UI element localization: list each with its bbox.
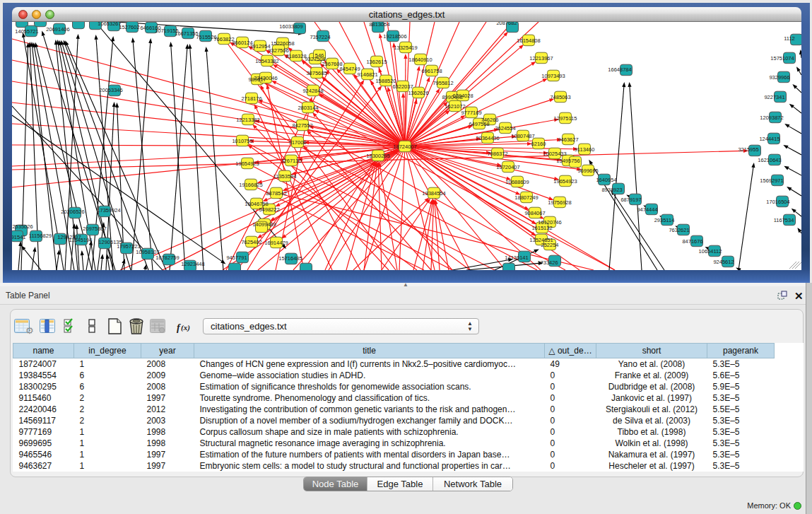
svg-text:8471676: 8471676	[682, 238, 702, 245]
svg-text:11156829: 11156829	[29, 233, 52, 239]
svg-text:9699695: 9699695	[577, 168, 598, 174]
svg-text:20364436: 20364436	[476, 135, 499, 141]
svg-text:10653267: 10653267	[98, 22, 121, 27]
svg-text:18300295: 18300295	[366, 153, 389, 159]
svg-text:7986372: 7986372	[487, 151, 507, 157]
svg-text:917006: 917006	[288, 139, 306, 146]
svg-text:7357224: 7357224	[310, 34, 330, 40]
svg-text:746266: 746266	[481, 117, 498, 123]
svg-text:20206526: 20206526	[61, 209, 84, 215]
svg-text:1733426: 1733426	[537, 259, 558, 266]
svg-text:8813054: 8813054	[369, 22, 389, 28]
svg-text:9242848: 9242848	[302, 88, 323, 94]
svg-text:6322037: 6322037	[392, 83, 413, 90]
svg-text:2087682: 2087682	[496, 22, 517, 26]
svg-text:10807487: 10807487	[511, 133, 534, 139]
svg-text:10973493: 10973493	[541, 73, 565, 79]
svg-text:12923448: 12923448	[181, 261, 204, 267]
svg-text:15226058: 15226058	[271, 40, 294, 47]
svg-text:546: 546	[315, 52, 324, 59]
svg-text:6794028: 6794028	[452, 93, 473, 99]
svg-text:16154808: 16154808	[517, 37, 540, 44]
svg-text:1615132: 1615132	[531, 225, 552, 231]
svg-text:17359924: 17359924	[97, 207, 120, 214]
svg-text:2718176: 2718176	[241, 95, 261, 102]
svg-text:12213967: 12213967	[529, 55, 553, 62]
svg-text:6961758: 6961758	[421, 68, 442, 74]
svg-text:(x): (x)	[181, 323, 190, 332]
svg-text:15495756: 15495756	[556, 158, 579, 164]
svg-text:8938923: 8938923	[601, 187, 622, 193]
svg-text:2935114: 2935114	[654, 217, 675, 223]
svg-text:16210643: 16210643	[758, 157, 781, 163]
svg-text:1527602: 1527602	[119, 24, 139, 30]
svg-text:7485063: 7485063	[550, 94, 570, 100]
svg-text:8878542: 8878542	[266, 190, 286, 197]
svg-text:15751074: 15751074	[770, 55, 794, 62]
svg-text:19218506: 19218506	[383, 33, 406, 40]
svg-text:3875685: 3875685	[306, 70, 326, 76]
svg-text:9146821: 9146821	[357, 71, 377, 78]
svg-text:19384554: 19384554	[422, 190, 445, 197]
svg-text:15716485: 15716485	[278, 255, 302, 262]
svg-text:19654923: 19654923	[235, 160, 259, 167]
svg-text:3215955: 3215955	[738, 146, 758, 153]
svg-text:1112: 1112	[784, 35, 795, 42]
svg-text:10543382: 10543382	[255, 58, 278, 64]
svg-text:20691406: 20691406	[46, 26, 69, 33]
svg-text:1640954: 1640954	[596, 177, 616, 183]
svg-text:10654112: 10654112	[699, 248, 722, 255]
svg-text:9245612: 9245612	[713, 259, 734, 265]
svg-text:1244415: 1244415	[759, 136, 779, 142]
svg-text:14136141: 14136141	[505, 255, 528, 261]
svg-text:1010755: 1010755	[232, 138, 252, 144]
svg-text:2535026: 2535026	[12, 223, 33, 230]
svg-text:14055721: 14055721	[15, 28, 38, 35]
svg-text:252254: 252254	[541, 242, 558, 248]
svg-text:8427552: 8427552	[292, 122, 312, 129]
svg-text:3624554: 3624554	[495, 125, 515, 132]
svg-text:7632621: 7632621	[669, 227, 689, 233]
svg-text:20053346: 20053346	[99, 87, 122, 93]
svg-text:12975115: 12975115	[554, 115, 577, 122]
svg-text:18807249: 18807249	[514, 194, 538, 201]
svg-text:9084067: 9084067	[524, 210, 545, 216]
svg-text:19756928: 19756928	[548, 199, 571, 206]
svg-text:7663822: 7663822	[213, 36, 234, 42]
svg-text:19654923: 19654923	[553, 178, 577, 185]
svg-text:⚙: ⚙	[25, 325, 34, 336]
svg-text:9463627: 9463627	[558, 136, 578, 143]
svg-text:6879197: 6879197	[620, 197, 641, 203]
svg-text:15720407: 15720407	[496, 164, 519, 170]
svg-text:9329966: 9329966	[769, 74, 789, 81]
svg-text:12093872: 12093872	[760, 115, 783, 121]
svg-text:18724007: 18724007	[393, 144, 416, 150]
svg-text:16782759: 16782759	[155, 255, 179, 261]
svg-text:1362626: 1362626	[408, 90, 428, 96]
svg-text:9474444: 9474444	[637, 206, 657, 213]
svg-text:391541: 391541	[12, 234, 26, 240]
svg-text:16671355: 16671355	[175, 30, 198, 37]
svg-text:11353594: 11353594	[273, 173, 297, 180]
svg-text:11545194: 11545194	[69, 237, 93, 243]
svg-text:1362615: 1362615	[366, 59, 387, 65]
svg-text:2803144: 2803144	[298, 105, 318, 111]
svg-text:1167534: 1167534	[774, 217, 794, 223]
svg-text:10688609: 10688609	[505, 179, 529, 185]
svg-text:14099489: 14099489	[252, 221, 276, 228]
svg-text:9227341: 9227341	[764, 94, 784, 100]
svg-text:17016504: 17016504	[766, 199, 789, 205]
svg-text:13325419: 13325419	[394, 45, 417, 51]
svg-text:3267130: 3267130	[281, 158, 301, 164]
svg-text:16914479: 16914479	[264, 240, 288, 246]
svg-text:12213382: 12213382	[236, 117, 259, 123]
svg-text:19166825: 19166825	[239, 182, 262, 188]
svg-text:15692971: 15692971	[760, 177, 783, 184]
svg-text:18640910: 18640910	[408, 57, 432, 63]
svg-text:16033809: 16033809	[279, 23, 302, 30]
svg-text:1621072: 1621072	[445, 103, 465, 110]
svg-text:10025433: 10025433	[543, 151, 566, 157]
svg-text:9113460: 9113460	[575, 146, 595, 153]
svg-text:5498222: 5498222	[259, 206, 279, 213]
svg-text:16648784: 16648784	[608, 66, 631, 73]
